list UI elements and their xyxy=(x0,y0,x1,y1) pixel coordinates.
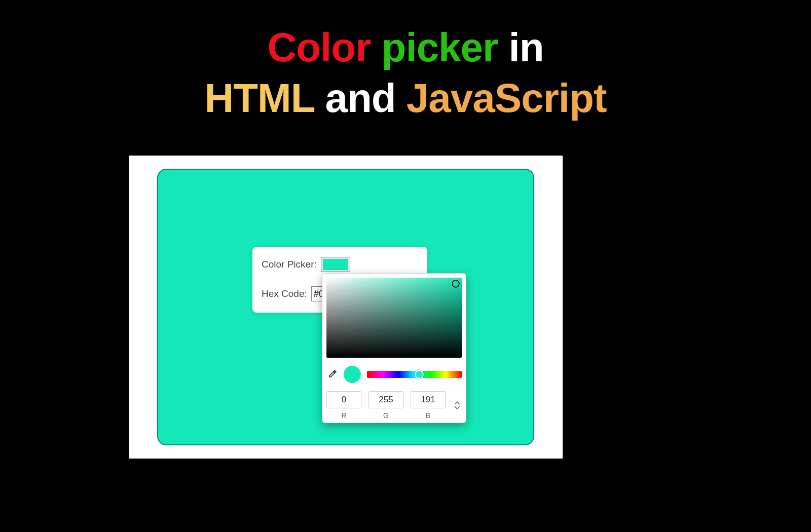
hue-slider-thumb[interactable] xyxy=(415,370,424,379)
color-input-swatch[interactable] xyxy=(321,257,350,272)
eyedropper-icon[interactable] xyxy=(326,369,338,380)
rgb-label-b: B xyxy=(411,411,446,420)
title-word-in: in xyxy=(508,25,543,70)
title-word-picker: picker xyxy=(382,25,498,70)
rgb-cell-r: R xyxy=(326,391,361,420)
sv-selection-marker[interactable] xyxy=(452,280,460,288)
title-word-javascript: JavaScript xyxy=(407,75,607,121)
picker-controls-row xyxy=(326,366,462,383)
rgb-cell-b: B xyxy=(411,391,446,420)
rgb-input-r[interactable] xyxy=(326,391,361,408)
title-word-and: and xyxy=(325,75,395,121)
title-word-html: HTML xyxy=(204,75,314,121)
rgb-label-g: G xyxy=(368,411,403,420)
color-picker-label: Color Picker: xyxy=(262,259,317,270)
rgb-inputs-row: R G B xyxy=(326,391,462,420)
color-picker-popup[interactable]: R G B xyxy=(322,273,466,423)
rgb-input-b[interactable] xyxy=(411,391,446,408)
hex-label: Hex Code: xyxy=(262,288,307,299)
rgb-label-r: R xyxy=(326,411,361,420)
rgb-cell-g: G xyxy=(368,391,403,420)
rgb-input-g[interactable] xyxy=(368,391,403,408)
color-picker-row: Color Picker: xyxy=(262,257,418,272)
page-title: Color picker in HTML and JavaScript xyxy=(0,0,811,124)
title-word-color: Color xyxy=(267,25,371,70)
saturation-value-area[interactable] xyxy=(326,278,462,358)
color-mode-switch[interactable] xyxy=(453,401,462,409)
swatch-color xyxy=(323,259,348,270)
hue-slider[interactable] xyxy=(367,371,462,378)
color-preview-circle xyxy=(344,366,361,383)
